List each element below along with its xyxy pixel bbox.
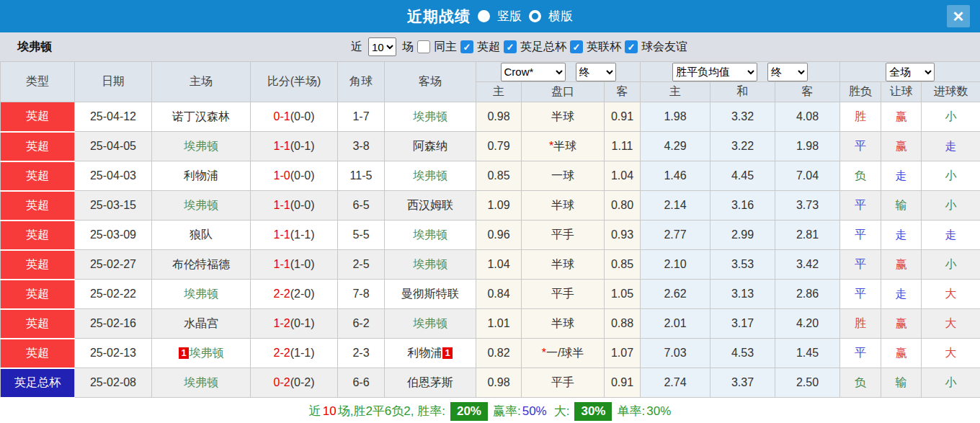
- result-cell: 负: [840, 161, 881, 191]
- away-team: 埃弗顿: [385, 161, 476, 191]
- halftime-score: (0-0): [290, 199, 315, 211]
- score-cell: 0-1(0-0): [251, 102, 338, 132]
- league-epl-checkbox[interactable]: ✓: [460, 40, 473, 53]
- corners-cell: 1-7: [338, 102, 385, 132]
- match-date: 25-04-05: [75, 132, 152, 161]
- bookmaker-select[interactable]: Crow*: [501, 63, 566, 81]
- avg-draw: 3.32: [710, 102, 775, 132]
- score-cell: 1-0(0-0): [251, 161, 338, 191]
- halftime-score: (0-1): [290, 317, 315, 329]
- halftime-score: (1-0): [290, 258, 315, 270]
- score-cell: 1-1(1-0): [251, 250, 338, 280]
- score-cell: 1-1(0-0): [251, 191, 338, 221]
- let-result-cell: 赢: [881, 339, 922, 368]
- radio-vertical-label[interactable]: 竖版: [497, 8, 522, 25]
- odds-home: 1.04: [476, 250, 522, 280]
- page-title: 近期战绩: [407, 6, 471, 27]
- col-header-type: 类型: [1, 62, 75, 102]
- avg-home: 2.01: [641, 309, 710, 339]
- away-team: 埃弗顿: [385, 309, 476, 339]
- league-badge: 英足总杯: [1, 368, 75, 398]
- match-row: 英超25-04-05埃弗顿1-1(0-1)3-8阿森纳0.79*半球1.114.…: [1, 132, 980, 161]
- odds-home: 0.82: [476, 339, 522, 368]
- odds-home: 0.84: [476, 280, 522, 309]
- home-team: 水晶宫: [152, 309, 251, 339]
- odds-home: 1.09: [476, 191, 522, 221]
- league-facup-label: 英足总杯: [520, 40, 566, 55]
- avg-home: 2.77: [641, 221, 710, 250]
- league-eflcup-checkbox[interactable]: ✓: [570, 40, 583, 53]
- league-badge: 英超: [1, 309, 75, 339]
- avg-draw: 2.99: [710, 221, 775, 250]
- let-result-cell: 赢: [881, 250, 922, 280]
- let-result-cell: 输: [881, 191, 922, 221]
- let-result-cell: 赢: [881, 132, 922, 161]
- match-row: 英超25-02-27布伦特福德1-1(1-0)2-5埃弗顿1.04半球0.852…: [1, 250, 980, 280]
- match-row: 英超25-02-131埃弗顿2-2(1-1)2-3利物浦10.82*一/球半1.…: [1, 339, 980, 368]
- handicap-cell: 半球: [522, 309, 605, 339]
- fulltime-score: 1-1: [274, 140, 290, 152]
- home-team: 狼队: [152, 221, 251, 250]
- fulltime-score: 2-2: [274, 288, 290, 300]
- scope-select-cell: 全场: [840, 62, 980, 82]
- odds-away: 0.80: [605, 191, 641, 221]
- league-friendly-checkbox[interactable]: ✓: [625, 40, 638, 53]
- result-cell: 平: [840, 132, 881, 161]
- handicap-cell: *半球: [522, 132, 605, 161]
- league-badge: 英超: [1, 339, 75, 368]
- match-count-select[interactable]: 10: [368, 37, 396, 56]
- fulltime-score: 2-2: [274, 347, 290, 359]
- avg-away: 1.98: [775, 132, 840, 161]
- league-badge: 英超: [1, 221, 75, 250]
- sub-header-odds-home: 主: [476, 82, 522, 102]
- avg-stage-select[interactable]: 终: [767, 63, 808, 81]
- handicap-rate-label: 赢率:: [493, 403, 521, 419]
- sub-header-avg-home: 主: [641, 82, 710, 102]
- odds-away: 0.93: [605, 221, 641, 250]
- result-cell: 平: [840, 221, 881, 250]
- away-team: 埃弗顿: [385, 250, 476, 280]
- avg-away: 2.81: [775, 221, 840, 250]
- match-date: 25-03-15: [75, 191, 152, 221]
- avg-draw: 3.37: [710, 368, 775, 398]
- fulltime-score: 1-1: [274, 228, 290, 241]
- fulltime-score: 1-1: [274, 199, 290, 211]
- radio-vertical-layout[interactable]: [478, 10, 490, 22]
- goals-result-cell: 小: [922, 102, 980, 132]
- avg-home: 7.03: [641, 339, 710, 368]
- match-row: 英足总杯25-02-08埃弗顿0-2(0-2)6-6伯恩茅斯0.98平手0.91…: [1, 368, 980, 398]
- sub-header-goals: 进球数: [922, 82, 980, 102]
- close-icon[interactable]: ✕: [947, 5, 970, 27]
- home-team: 埃弗顿: [152, 280, 251, 309]
- goals-result-cell: 小: [922, 161, 980, 191]
- avg-type-select[interactable]: 胜平负均值: [672, 63, 757, 81]
- radio-horizontal-label[interactable]: 横版: [548, 8, 573, 25]
- avg-draw: 4.53: [710, 339, 775, 368]
- home-team: 埃弗顿: [152, 191, 251, 221]
- odds-home: 0.85: [476, 161, 522, 191]
- single-rate-label: 单率:: [617, 403, 645, 419]
- league-facup-checkbox[interactable]: ✓: [504, 40, 517, 53]
- odds-away: 1.07: [605, 339, 641, 368]
- sub-header-handicap: 盘口: [522, 82, 605, 102]
- avg-draw: 3.22: [710, 132, 775, 161]
- halftime-score: (1-1): [290, 347, 315, 359]
- handicap-cell: 半球: [522, 102, 605, 132]
- goals-result-cell: 大: [922, 309, 980, 339]
- score-cell: 0-2(0-2): [251, 368, 338, 398]
- league-eflcup-label: 英联杯: [587, 40, 621, 55]
- avg-away: 2.86: [775, 280, 840, 309]
- same-home-checkbox[interactable]: [417, 40, 430, 53]
- red-card-badge: 1: [179, 347, 188, 359]
- games-label: 场: [402, 40, 414, 55]
- home-team: 诺丁汉森林: [152, 102, 251, 132]
- avg-draw: 3.16: [710, 191, 775, 221]
- scope-select[interactable]: 全场: [886, 63, 935, 81]
- corners-cell: 5-5: [338, 221, 385, 250]
- bookmaker-stage-select[interactable]: 终: [576, 63, 616, 81]
- radio-horizontal-layout[interactable]: [529, 10, 541, 22]
- odds-home: 0.98: [476, 102, 522, 132]
- handicap-cell: 一球: [522, 161, 605, 191]
- sub-header-avg-draw: 和: [710, 82, 775, 102]
- handicap-cell: 平手: [522, 280, 605, 309]
